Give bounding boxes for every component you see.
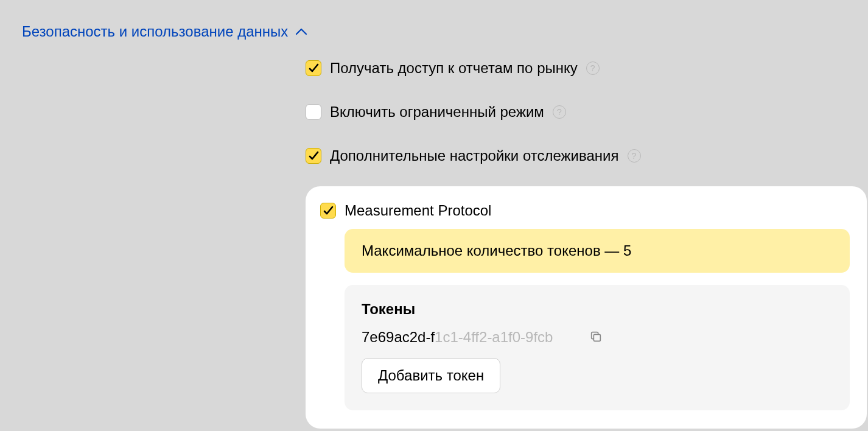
checkbox-measurement-protocol[interactable] [320, 203, 336, 219]
option-measurement-protocol: Measurement Protocol [320, 202, 850, 219]
option-market-reports: Получать доступ к отчетам по рынку ? [306, 60, 846, 77]
option-label: Дополнительные настройки отслеживания [330, 147, 619, 164]
add-token-button[interactable]: Добавить токен [362, 358, 500, 393]
section-title: Безопасность и использование данных [22, 23, 288, 40]
checkbox-extra-tracking[interactable] [306, 148, 321, 164]
help-icon[interactable]: ? [553, 105, 566, 119]
token-row: 7e69ac2d-f1c1-4ff2-a1f0-9fcb [362, 329, 833, 346]
token-value: 7e69ac2d-f1c1-4ff2-a1f0-9fcb [362, 329, 553, 346]
svg-rect-0 [594, 334, 601, 341]
option-label: Включить ограниченный режим [330, 103, 544, 121]
chevron-up-icon [295, 26, 307, 38]
token-masked-part: 1c1-4ff2-a1f0-9fcb [435, 329, 553, 345]
help-icon[interactable]: ? [628, 149, 641, 163]
token-visible-part: 7e69ac2d-f [362, 329, 435, 345]
tokens-heading: Токены [362, 301, 833, 318]
help-icon[interactable]: ? [586, 61, 600, 75]
checkbox-limited-mode[interactable] [306, 104, 321, 120]
option-label: Получать доступ к отчетам по рынку [330, 60, 578, 77]
measurement-protocol-card: Measurement Protocol Максимальное количе… [306, 186, 867, 429]
section-toggle-security[interactable]: Безопасность и использование данных [22, 23, 846, 40]
tokens-panel: Токены 7e69ac2d-f1c1-4ff2-a1f0-9fcb Доба… [345, 285, 850, 410]
checkbox-market-reports[interactable] [306, 60, 321, 76]
option-label: Measurement Protocol [345, 202, 491, 219]
option-extra-tracking: Дополнительные настройки отслеживания ? [306, 147, 846, 164]
copy-icon[interactable] [589, 330, 604, 345]
option-limited-mode: Включить ограниченный режим ? [306, 103, 846, 121]
tokens-limit-banner: Максимальное количество токенов — 5 [345, 229, 850, 273]
